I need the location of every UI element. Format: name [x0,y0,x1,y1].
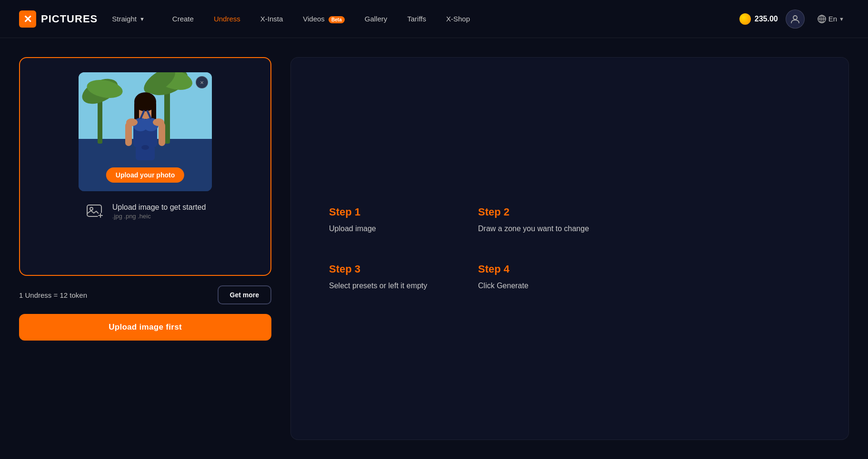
upload-sub-text: .jpg .png .heic [112,213,206,220]
image-plus-icon [86,202,104,220]
header: ✕ PICTURES Straight ▼ Create Undress X-I… [0,0,868,38]
image-preview-wrapper: Upload your photo × [79,72,212,191]
step-2-desc: Draw a zone you want to change [478,223,589,234]
coins-amount: 235.00 [755,15,778,23]
coins-display: 235.00 [739,13,778,25]
upload-main-text: Upload image to get started [112,203,206,212]
upload-cta-button[interactable]: Upload image first [19,314,271,341]
logo-icon: ✕ [19,10,36,28]
nav-item-undress[interactable]: Undress [205,11,249,27]
lang-chevron-icon: ▼ [839,16,844,22]
close-button[interactable]: × [196,76,208,88]
upload-text-group: Upload image to get started .jpg .png .h… [112,203,206,220]
upload-info[interactable]: Upload image to get started .jpg .png .h… [85,201,206,222]
svg-text:✕: ✕ [23,13,32,25]
step-4-item: Step 4 Click Generate [478,263,589,292]
step-3-title: Step 3 [329,263,440,275]
chevron-down-icon: ▼ [140,16,145,22]
step-3-item: Step 3 Select presets or left it empty [329,263,440,292]
steps-grid: Step 1 Upload image Step 2 Draw a zone y… [329,206,589,292]
lang-label: En [828,15,837,23]
step-4-desc: Click Generate [478,280,589,292]
globe-icon [817,14,827,24]
mode-label: Straight [112,15,137,23]
logo[interactable]: ✕ PICTURES [19,10,98,28]
right-panel: Step 1 Upload image Step 2 Draw a zone y… [290,57,849,440]
svg-point-2 [793,16,797,20]
header-right: 235.00 En ▼ [739,10,849,29]
step-2-title: Step 2 [478,206,589,218]
step-1-desc: Upload image [329,223,440,234]
close-icon: × [200,79,204,86]
user-button[interactable] [786,10,805,29]
main-nav: Create Undress X-Insta Videos Beta Galle… [164,11,739,27]
token-info: 1 Undress = 12 token [19,291,87,299]
step-3-desc: Select presets or left it empty [329,280,440,292]
token-row: 1 Undress = 12 token Get more [19,285,271,304]
left-panel: Upload your photo × [19,57,271,440]
nav-item-create[interactable]: Create [164,11,202,27]
svg-point-32 [90,207,93,210]
coin-icon [739,13,751,25]
nav-item-tariffs[interactable]: Tariffs [399,11,435,27]
main-content: Upload your photo × [0,38,868,459]
step-1-item: Step 1 Upload image [329,206,440,234]
svg-rect-27 [125,122,132,146]
user-icon [790,14,800,24]
logo-text: PICTURES [41,13,98,25]
nav-item-gallery[interactable]: Gallery [356,11,396,27]
step-1-title: Step 1 [329,206,440,218]
step-4-title: Step 4 [478,263,589,275]
get-more-button[interactable]: Get more [218,285,271,304]
mode-selector[interactable]: Straight ▼ [107,12,150,26]
nav-item-x-shop[interactable]: X-Shop [438,11,479,27]
svg-point-30 [141,145,149,150]
upload-card[interactable]: Upload your photo × [19,57,271,276]
step-2-item: Step 2 Draw a zone you want to change [478,206,589,234]
svg-rect-28 [159,122,165,146]
upload-overlay-button[interactable]: Upload your photo [106,167,184,183]
nav-item-x-insta[interactable]: X-Insta [252,11,292,27]
beta-badge: Beta [329,16,345,23]
nav-item-videos[interactable]: Videos Beta [294,11,353,27]
language-selector[interactable]: En ▼ [812,11,849,27]
upload-icon [85,201,106,222]
